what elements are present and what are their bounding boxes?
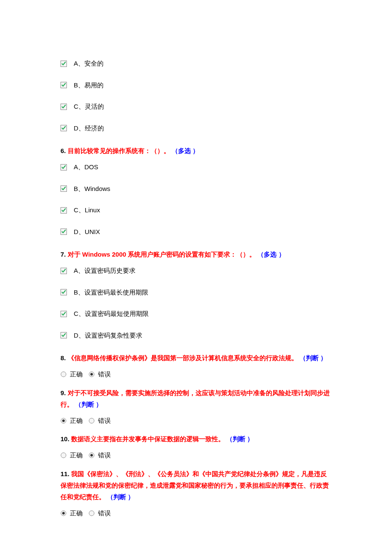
- q-number: 7.: [61, 251, 66, 258]
- tf-true-label: 正确: [70, 451, 83, 460]
- svg-point-16: [62, 419, 65, 422]
- q8-prompt: 8. 《信息网络传播权保护条例》是我国第一部涉及计算机信息系统安全的行政法规。 …: [61, 352, 331, 364]
- q6-option-d: D、UNIX: [61, 227, 331, 237]
- q6-option-b: B、Windows: [61, 184, 331, 194]
- q11-prompt: 11. 我国《保密法》、《刑法》、《公务员法》和《中国共产党纪律处分条例》规定，…: [61, 468, 331, 503]
- q-type: （判断 ）: [75, 401, 102, 408]
- checkbox-icon[interactable]: [61, 82, 67, 88]
- q5-option-a: A、安全的: [61, 59, 331, 69]
- radio-icon[interactable]: [61, 418, 66, 424]
- radio-icon[interactable]: [61, 510, 66, 516]
- q-number: 10.: [61, 435, 69, 442]
- svg-point-23: [89, 511, 94, 516]
- svg-point-12: [61, 372, 66, 377]
- q-number: 9.: [61, 389, 66, 396]
- radio-icon[interactable]: [61, 452, 66, 458]
- radio-icon[interactable]: [61, 371, 66, 377]
- option-label: C、设置密码最短使用期限: [74, 309, 149, 319]
- tf-false-label: 错误: [98, 416, 111, 426]
- radio-icon[interactable]: [89, 510, 95, 516]
- q10-prompt: 10. 数据语义主要指在并发事务中保证数据的逻辑一致性。 （判断 ）: [61, 433, 331, 445]
- q6-option-a: A、DOS: [61, 162, 331, 172]
- tf-true-label: 正确: [70, 370, 83, 379]
- option-label: B、Windows: [74, 184, 110, 194]
- checkbox-icon[interactable]: [61, 104, 67, 110]
- q-text: 对于 Windows 2000 系统用户账户密码的设置有如下要求：（）。: [68, 251, 256, 258]
- q-text: 《信息网络传播权保护条例》是我国第一部涉及计算机信息系统安全的行政法规。: [68, 354, 298, 361]
- q-text: 目前比较常见的操作系统有：（）。: [68, 147, 170, 154]
- option-label: D、设置密码复杂性要求: [74, 331, 142, 341]
- radio-icon[interactable]: [89, 371, 95, 377]
- checkbox-icon[interactable]: [61, 61, 67, 67]
- q5-option-b: B、易用的: [61, 81, 331, 90]
- option-label: A、DOS: [74, 162, 98, 172]
- svg-point-17: [89, 418, 94, 423]
- q-text: 数据语义主要指在并发事务中保证数据的逻辑一致性。: [71, 435, 225, 442]
- q7-option-a: A、设置密码历史要求: [61, 266, 331, 276]
- checkbox-icon[interactable]: [61, 207, 67, 214]
- q8-tf: 正确 错误: [61, 370, 331, 379]
- q5-option-c: C、灵活的: [61, 102, 331, 112]
- q7-option-c: C、设置密码最短使用期限: [61, 309, 331, 319]
- q-number: 6.: [61, 147, 66, 154]
- q11-tf: 正确 错误: [61, 509, 331, 518]
- checkbox-icon[interactable]: [61, 332, 67, 338]
- option-label: A、设置密码历史要求: [74, 266, 135, 276]
- q-type: （判断 ）: [226, 435, 254, 442]
- checkbox-icon[interactable]: [61, 125, 67, 131]
- q-type: （多选 ）: [172, 147, 199, 154]
- svg-point-22: [62, 512, 65, 515]
- q-type: （判断 ）: [300, 354, 327, 361]
- option-label: D、UNIX: [74, 227, 100, 237]
- checkbox-icon[interactable]: [61, 228, 67, 235]
- checkbox-icon[interactable]: [61, 268, 67, 274]
- q6-option-c: C、Linux: [61, 205, 331, 215]
- tf-false-label: 错误: [98, 370, 111, 379]
- q-number: 8.: [61, 354, 66, 361]
- checkbox-icon[interactable]: [61, 311, 67, 317]
- tf-true-label: 正确: [70, 416, 83, 426]
- option-label: C、Linux: [74, 205, 100, 215]
- svg-point-14: [90, 373, 93, 376]
- option-label: D、经济的: [74, 124, 104, 133]
- radio-icon[interactable]: [89, 418, 95, 424]
- q6-prompt: 6. 目前比较常见的操作系统有：（）。 （多选 ）: [61, 145, 331, 156]
- q9-tf: 正确 错误: [61, 416, 331, 426]
- q5-option-d: D、经济的: [61, 124, 331, 133]
- q7-option-d: D、设置密码复杂性要求: [61, 331, 331, 341]
- tf-true-label: 正确: [70, 509, 83, 518]
- option-label: C、灵活的: [74, 102, 104, 112]
- q-text: 我国《保密法》、《刑法》、《公务员法》和《中国共产党纪律处分条例》规定，凡是违反…: [61, 470, 329, 500]
- q-type: （多选 ）: [257, 251, 285, 258]
- q-number: 11.: [61, 470, 69, 477]
- svg-point-20: [90, 454, 93, 457]
- option-label: A、安全的: [74, 59, 104, 69]
- q9-prompt: 9. 对于不可接受风险，需要实施所选择的控制，这应该与策划活动中准备的风险处理计…: [61, 387, 331, 410]
- q10-tf: 正确 错误: [61, 451, 331, 460]
- checkbox-icon[interactable]: [61, 289, 67, 295]
- svg-point-18: [61, 453, 66, 458]
- tf-false-label: 错误: [98, 451, 111, 460]
- q7-option-b: B、设置密码最长使用期限: [61, 288, 331, 298]
- checkbox-icon[interactable]: [61, 164, 67, 171]
- q7-prompt: 7. 对于 Windows 2000 系统用户账户密码的设置有如下要求：（）。 …: [61, 249, 331, 260]
- tf-false-label: 错误: [98, 509, 111, 518]
- radio-icon[interactable]: [89, 452, 95, 458]
- checkbox-icon[interactable]: [61, 185, 67, 192]
- option-label: B、易用的: [74, 81, 104, 90]
- option-label: B、设置密码最长使用期限: [74, 288, 148, 298]
- q-type: （判断 ）: [107, 493, 134, 500]
